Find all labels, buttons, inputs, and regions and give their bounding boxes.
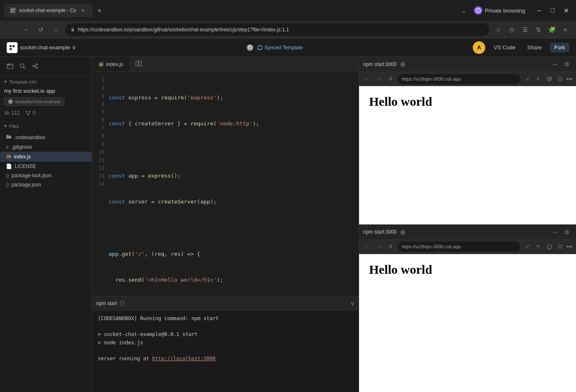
synced-template-badge: Synced Template bbox=[257, 45, 303, 51]
preview-url-bar-bottom[interactable]: https://vy3hqm-3000.csb.app bbox=[398, 242, 520, 252]
preview-expand-button-bottom[interactable]: ⧉ bbox=[562, 227, 572, 237]
template-info-header[interactable]: ▾ Template Info bbox=[0, 76, 92, 86]
home-button[interactable]: ⌂ bbox=[50, 24, 62, 36]
svg-rect-9 bbox=[10, 48, 12, 50]
preview-browser-nav-bottom: ← → ↺ https://vy3hqm-3000.csb.app ⤢ ↖ bbox=[359, 240, 576, 254]
svg-point-19 bbox=[29, 111, 31, 112]
preview-pane-bottom: npm start:3000 ⊕ ─ ⧉ ← → ↺ https://vy3hq… bbox=[359, 225, 576, 392]
files-arrow: ▾ bbox=[4, 123, 7, 129]
browser-tab[interactable]: socket-chat-example - Co ✕ bbox=[4, 4, 92, 17]
preview-refresh-icon-bottom[interactable] bbox=[545, 242, 554, 251]
share-button[interactable]: Share bbox=[524, 43, 545, 52]
preview-reload-button-bottom[interactable]: ↺ bbox=[386, 242, 395, 251]
preview-back-button-top[interactable]: ← bbox=[362, 74, 372, 84]
file-item-index[interactable]: JS index.js bbox=[0, 152, 92, 162]
bookmark-button[interactable]: ☆ bbox=[492, 24, 504, 36]
preview-add-button-bottom[interactable]: ⊕ bbox=[400, 228, 405, 236]
preview-copy-icon-top[interactable]: ⊡ bbox=[556, 74, 565, 84]
reader-button[interactable]: ☰ bbox=[519, 24, 531, 36]
minimize-button[interactable]: – bbox=[533, 5, 545, 16]
user-avatar[interactable]: A bbox=[473, 41, 485, 54]
eye-icon bbox=[4, 110, 10, 116]
preview-copy-icon-bottom[interactable]: ⊡ bbox=[556, 242, 565, 251]
fork-button[interactable]: Fork bbox=[550, 43, 569, 52]
preview-refresh-icon-top[interactable] bbox=[545, 74, 554, 84]
terminal-icon-button[interactable]: ⊡ bbox=[120, 299, 125, 307]
file-name: .codesandbox bbox=[14, 135, 46, 140]
svg-point-16 bbox=[8, 99, 13, 104]
sidebar-icon-row bbox=[0, 57, 92, 76]
preview-tab-bottom[interactable]: npm start:3000 bbox=[363, 229, 397, 235]
svg-rect-5 bbox=[71, 29, 74, 31]
vscode-button[interactable]: VS Code bbox=[490, 43, 519, 52]
preview-reload-button-top[interactable]: ↺ bbox=[386, 74, 395, 84]
search-button[interactable] bbox=[17, 60, 28, 72]
maximize-button[interactable]: □ bbox=[547, 5, 558, 16]
dependency-button[interactable] bbox=[29, 60, 41, 72]
csb-center: Synced Template bbox=[83, 44, 466, 51]
preview-pointer-icon-top[interactable]: ↖ bbox=[534, 74, 543, 84]
template-info-section: my first socket.io app socketio/chat-exa… bbox=[0, 86, 92, 120]
terminal-collapse-button[interactable]: ∨ bbox=[350, 300, 354, 307]
file-item-license[interactable]: 📄 LICENSE bbox=[0, 162, 92, 171]
file-item-gitignore[interactable]: ≡ .gitignore bbox=[0, 143, 92, 152]
extensions-button[interactable]: 🧩 bbox=[546, 24, 558, 36]
preview-controls-bottom: ─ ⧉ bbox=[550, 227, 572, 237]
sync-button[interactable]: ⇅ bbox=[533, 24, 544, 36]
address-bar[interactable]: https://codesandbox.io/p/sandbox/github/… bbox=[65, 23, 489, 36]
preview-minimize-button-bottom[interactable]: ─ bbox=[550, 227, 560, 237]
preview-forward-button-bottom[interactable]: → bbox=[374, 242, 383, 251]
terminal-line-2 bbox=[98, 323, 353, 331]
close-button[interactable]: ✕ bbox=[560, 5, 572, 16]
editor-split-button[interactable] bbox=[134, 59, 144, 69]
csb-logo-area: socket-chat-example ∨ bbox=[7, 42, 76, 53]
fork-icon bbox=[25, 110, 31, 116]
repo-badge[interactable]: socketio/chat-example bbox=[4, 97, 64, 106]
file-item-package[interactable]: {} package.json bbox=[0, 180, 92, 189]
preview-expand-icon-bottom[interactable]: ⤢ bbox=[523, 242, 532, 251]
csb-project-name[interactable]: socket-chat-example ∨ bbox=[20, 44, 76, 51]
file-item-package-lock[interactable]: {} package-lock.json bbox=[0, 171, 92, 180]
svg-point-13 bbox=[33, 65, 34, 67]
tab-close-button[interactable]: ✕ bbox=[80, 7, 87, 14]
preview-expand-button[interactable]: ⧉ bbox=[562, 59, 572, 69]
forward-button[interactable]: → bbox=[20, 24, 32, 36]
code-content[interactable]: const express = require('express'); cons… bbox=[109, 72, 359, 296]
terminal-line-4: > node index.js bbox=[98, 339, 353, 347]
preview-forward-button-top[interactable]: → bbox=[374, 74, 383, 84]
code-line-4: const app = express(); bbox=[109, 172, 354, 181]
preview-minimize-button[interactable]: ─ bbox=[550, 59, 560, 69]
template-info-arrow: ▾ bbox=[4, 79, 7, 84]
file-name: LICENSE bbox=[15, 163, 36, 169]
preview-tab-top[interactable]: npm start:3000 bbox=[363, 61, 397, 67]
menu-button[interactable]: ≡ bbox=[559, 24, 571, 36]
reload-button[interactable]: ↺ bbox=[35, 24, 47, 36]
back-button[interactable]: ← bbox=[5, 24, 17, 36]
pocket-button[interactable]: ◷ bbox=[506, 24, 517, 36]
preview-url-bar-top[interactable]: https://vy3hqm-3000.csb.app bbox=[398, 74, 520, 84]
file-item-codesandbox[interactable]: .codesandbox bbox=[0, 132, 92, 143]
svg-rect-3 bbox=[11, 11, 13, 12]
preview-add-button-top[interactable]: ⊕ bbox=[400, 60, 405, 68]
preview-split: npm start:3000 ⊕ ─ ⧉ ← → ↺ https://vy3hq… bbox=[359, 57, 576, 392]
js-tab-icon: JS bbox=[99, 62, 104, 67]
preview-back-button-bottom[interactable]: ← bbox=[362, 242, 372, 251]
title-bar-right: ⌄ Private browsing – □ ✕ bbox=[458, 5, 572, 16]
preview-more-button-top[interactable]: ••• bbox=[566, 74, 573, 84]
editor-tab-index[interactable]: JS index.js bbox=[92, 57, 130, 71]
preview-more-button-bottom[interactable]: ••• bbox=[566, 242, 573, 251]
tab-title: socket-chat-example - Co bbox=[19, 8, 76, 13]
file-explorer-button[interactable] bbox=[4, 60, 16, 72]
json-file-icon2: {} bbox=[6, 182, 9, 187]
terminal-area: npm start ⊡ ∨ [CODESANDBOX] Running comm… bbox=[92, 296, 359, 392]
file-name: package.json bbox=[11, 182, 41, 188]
tab-favicon bbox=[10, 8, 16, 13]
tab-list-button[interactable]: ⌄ bbox=[458, 5, 470, 16]
files-header[interactable]: ▾ Files bbox=[0, 120, 92, 130]
terminal-tab[interactable]: npm start ⊡ bbox=[96, 299, 125, 307]
json-file-icon: {} bbox=[6, 173, 9, 178]
preview-pointer-icon-bottom[interactable]: ↖ bbox=[534, 242, 543, 251]
localhost-link[interactable]: http://localhost:3000 bbox=[152, 356, 216, 361]
new-tab-button[interactable]: + bbox=[94, 5, 105, 17]
preview-expand-icon-top[interactable]: ⤢ bbox=[523, 74, 532, 84]
